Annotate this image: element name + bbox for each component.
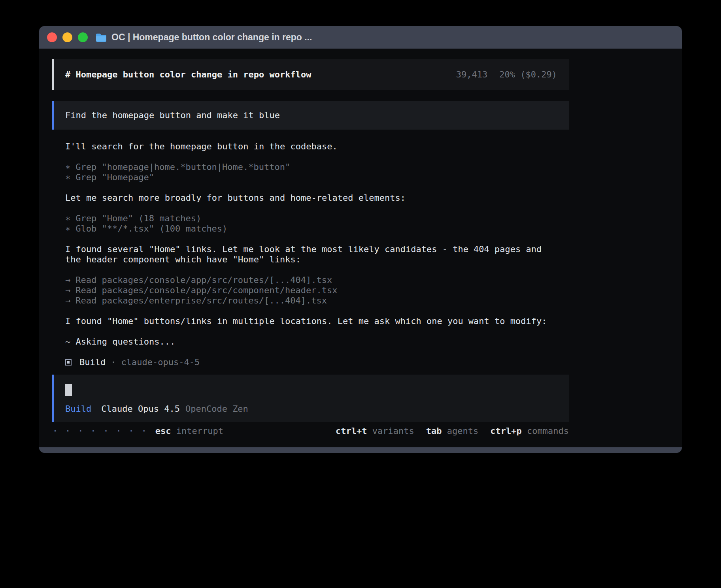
ctrl-p-key: ctrl+p [490,426,521,436]
tool-call: ∗Glob "**/*.tsx" (100 matches) [65,224,551,234]
user-message-text: Find the homepage button and make it blu… [65,110,280,121]
minimize-button[interactable] [62,32,72,42]
grep-bullet-icon: ∗ [65,213,70,223]
commands-hint: ctrl+p commands [490,426,569,436]
input-model-label: Claude Opus 4.5 [101,404,180,414]
tool-call-label: Grep "homepage|home.*button|Home.*button… [75,162,290,172]
esc-label: interrupt [176,426,223,436]
tool-call: ∗Grep "Homepage" [65,172,551,183]
variants-label: variants [372,426,414,436]
variants-hint: ctrl+t variants [336,426,414,436]
assistant-response: I'll search for the homepage button in t… [52,141,551,368]
tab-key: tab [426,426,442,436]
context-cost: 20% ($0.29) [499,70,557,80]
tool-call-label: Read packages/enterprise/src/routes/[...… [75,296,327,305]
commands-label: commands [527,426,569,436]
tool-call-label: Grep "Home" (18 matches) [75,213,201,223]
status-bar: · · · · · · · · esc interrupt ctrl+t var… [52,426,569,436]
prompt-input[interactable]: Build Claude Opus 4.5 OpenCode Zen [52,375,569,422]
tool-call: ∗Grep "homepage|home.*button|Home.*butto… [65,162,551,172]
grep-bullet-icon: ∗ [65,162,70,172]
agent-model: claude-opus-4-5 [121,357,200,368]
tool-call-label: Read packages/console/app/src/routes/[..… [75,275,332,285]
window-title: OC | Homepage button color change in rep… [111,32,312,43]
status-line: ~ Asking questions... [65,337,551,347]
assistant-paragraph: I found several "Home" links. Let me loo… [65,244,551,265]
agent-chip: Build · claude-opus-4-5 [65,357,551,368]
ctrl-t-key: ctrl+t [336,426,367,436]
tool-call: ∗Grep "Home" (18 matches) [65,213,551,224]
close-button[interactable] [47,32,57,42]
tool-call: →Read packages/enterprise/src/routes/[..… [65,296,551,306]
user-message: Find the homepage button and make it blu… [52,101,569,130]
tool-call-label: Read packages/console/app/src/component/… [75,285,337,295]
esc-key: esc [155,426,171,436]
terminal-window: OC | Homepage button color change in rep… [39,26,682,453]
tool-call-label: Grep "Homepage" [75,172,154,182]
read-arrow-icon: → [65,275,70,285]
assistant-paragraph: I found "Home" buttons/links in multiple… [65,316,551,326]
agents-label: agents [447,426,478,436]
session-header: # Homepage button color change in repo w… [52,59,569,90]
tool-call-group: ∗Grep "homepage|home.*button|Home.*butto… [65,162,551,183]
window-titlebar: OC | Homepage button color change in rep… [39,26,682,49]
traffic-lights [47,32,88,42]
read-arrow-icon: → [65,285,70,295]
agent-name: Build [79,357,106,368]
spinner-dots-icon: · · · · · · · · [52,426,147,436]
tool-call-label: Glob "**/*.tsx" (100 matches) [75,224,227,234]
terminal-content: # Homepage button color change in repo w… [39,49,682,447]
folder-icon [96,33,107,42]
input-meta: Build Claude Opus 4.5 OpenCode Zen [65,404,557,414]
tool-call-group: →Read packages/console/app/src/routes/[.… [65,275,551,306]
assistant-paragraph: Let me search more broadly for buttons a… [65,193,551,203]
input-provider-label: OpenCode Zen [185,404,248,414]
input-agent-label: Build [65,404,91,414]
tool-call: →Read packages/console/app/src/component… [65,285,551,296]
assistant-paragraph: I'll search for the homepage button in t… [65,141,551,152]
agent-square-icon [65,359,72,366]
tool-call-group: ∗Grep "Home" (18 matches) ∗Glob "**/*.ts… [65,213,551,234]
grep-bullet-icon: ∗ [65,172,70,182]
zoom-button[interactable] [78,32,88,42]
session-stats: 39,413 20% ($0.29) [456,70,557,80]
interrupt-hint: esc interrupt [155,426,223,436]
session-title: # Homepage button color change in repo w… [65,70,311,80]
agents-hint: tab agents [426,426,478,436]
text-cursor [65,384,72,396]
tool-call: →Read packages/console/app/src/routes/[.… [65,275,551,285]
glob-bullet-icon: ∗ [65,224,70,234]
read-arrow-icon: → [65,296,70,305]
token-count: 39,413 [456,70,487,80]
agent-separator: · [111,357,116,368]
